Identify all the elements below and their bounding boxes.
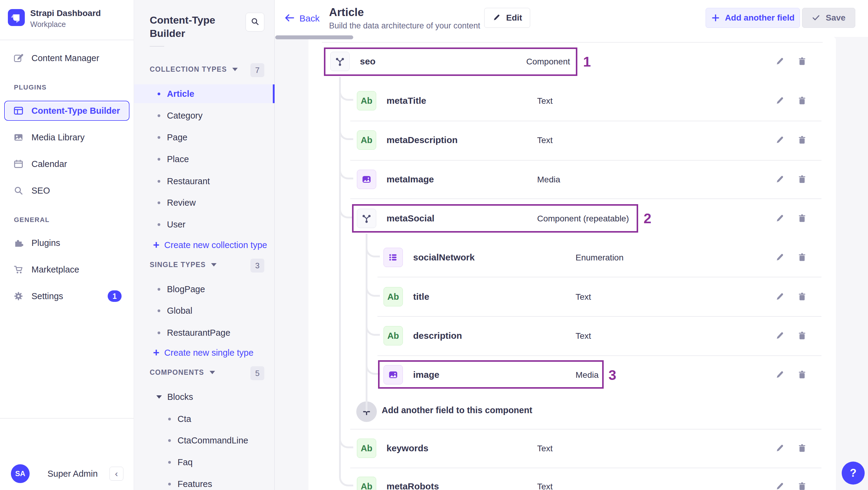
edit-button[interactable]: Edit — [484, 8, 530, 28]
help-button[interactable]: ? — [842, 462, 865, 485]
edit-field-button[interactable] — [773, 441, 786, 455]
field-type: Media — [537, 173, 560, 186]
panel-item-cta[interactable]: Cta — [168, 412, 191, 425]
create-new-type-link[interactable]: +Create new single type — [153, 346, 253, 359]
panel-item-restaurant[interactable]: Restaurant — [158, 175, 210, 187]
page-subtitle: Build the data architecture of your cont… — [329, 21, 480, 31]
delete-field-button[interactable] — [796, 173, 809, 186]
edit-field-button[interactable] — [773, 55, 786, 68]
panel-item-label: Article — [167, 89, 194, 99]
active-item-indicator — [273, 84, 275, 103]
panel-item-label: Features — [178, 479, 212, 489]
search-icon — [13, 185, 24, 196]
panel-item-label: Category — [167, 111, 203, 121]
panel-search-button[interactable] — [246, 13, 264, 31]
delete-field-button[interactable] — [796, 329, 809, 342]
edit-field-button[interactable] — [773, 329, 786, 342]
panel-item-label: BlogPage — [167, 284, 205, 294]
create-new-type-link[interactable]: +Create new collection type — [153, 238, 267, 252]
user-name: Super Admin — [48, 469, 98, 479]
sidebar-item-media-library[interactable]: Media Library — [0, 127, 134, 147]
field-type: Text — [537, 480, 553, 490]
plus-icon — [711, 13, 720, 22]
panel-item-category[interactable]: Category — [158, 109, 203, 122]
row-divider — [377, 356, 822, 356]
panel-group-blocks[interactable]: Blocks — [156, 391, 193, 403]
panel-item-label: Faq — [178, 457, 193, 467]
brand-subtitle: Workplace — [30, 20, 66, 29]
bullet-icon — [158, 288, 160, 291]
delete-field-button[interactable] — [796, 94, 809, 108]
edit-field-button[interactable] — [773, 251, 786, 264]
bullet-icon — [168, 461, 171, 464]
active-item-highlight — [134, 84, 275, 103]
panel-item-review[interactable]: Review — [158, 196, 196, 209]
back-link[interactable]: Back — [284, 12, 320, 25]
delete-field-button[interactable] — [796, 441, 809, 455]
panel-section-header-collection-types[interactable]: COLLECTION TYPES — [150, 65, 238, 73]
sidebar-item-marketplace[interactable]: Marketplace — [0, 259, 134, 279]
chevron-down-icon — [156, 395, 162, 399]
delete-field-button[interactable] — [796, 368, 809, 381]
sidebar-item-seo[interactable]: SEO — [0, 181, 134, 201]
panel-item-restaurantpage[interactable]: RestaurantPage — [158, 326, 230, 339]
field-type: Text — [576, 290, 591, 304]
cart-icon — [13, 264, 24, 275]
edit-field-button[interactable] — [773, 94, 786, 108]
panel-section-label: SINGLE TYPES — [150, 261, 206, 269]
add-field-to-component-label[interactable]: Add another field to this component — [382, 405, 532, 415]
strapi-logo-icon — [8, 9, 25, 26]
panel-item-article[interactable]: Article — [158, 87, 194, 100]
panel-item-page[interactable]: Page — [158, 131, 187, 144]
save-button[interactable]: Save — [802, 8, 855, 28]
sidebar-item-calendar[interactable]: Calendar — [0, 154, 134, 174]
row-divider — [377, 277, 822, 277]
chevron-down-icon — [211, 263, 217, 267]
edit-field-button[interactable] — [773, 480, 786, 490]
pen-square-icon — [13, 53, 24, 63]
field-type-icon-text: Ab — [357, 91, 376, 111]
row-divider — [377, 316, 822, 317]
sidebar-item-label: Marketplace — [31, 265, 79, 275]
field-type: Text — [576, 329, 591, 343]
sidebar-section-label: PLUGINS — [14, 84, 46, 91]
field-type-icon-enum — [383, 248, 403, 267]
sidebar-item-label: Settings — [31, 291, 63, 301]
panel-item-global[interactable]: Global — [158, 304, 192, 317]
edit-field-button[interactable] — [773, 290, 786, 303]
panel-item-ctacommandline[interactable]: CtaCommandLine — [168, 434, 248, 447]
edit-field-button[interactable] — [773, 212, 786, 225]
edit-field-button[interactable] — [773, 368, 786, 381]
add-another-field-button[interactable]: Add another field — [706, 8, 800, 28]
delete-field-button[interactable] — [796, 133, 809, 147]
bullet-icon — [158, 180, 160, 183]
sidebar-item-plugins[interactable]: Plugins — [0, 233, 134, 253]
annotation-number-2: 2 — [644, 211, 651, 225]
collapse-sidebar-button[interactable]: ‹ — [110, 467, 123, 481]
edit-field-button[interactable] — [773, 173, 786, 186]
sidebar-divider — [0, 40, 134, 40]
horizontal-scrollbar-thumb[interactable] — [275, 35, 353, 39]
delete-field-button[interactable] — [796, 251, 809, 264]
panel-item-user[interactable]: User — [158, 218, 185, 231]
sidebar-item-content-manager[interactable]: Content Manager — [0, 48, 134, 68]
sidebar-item-content-type-builder[interactable]: Content-Type Builder — [4, 101, 129, 121]
edit-field-button[interactable] — [773, 133, 786, 147]
panel-item-label: Place — [167, 154, 189, 164]
panel-section-header-components[interactable]: COMPONENTS — [150, 368, 215, 376]
panel-item-faq[interactable]: Faq — [168, 456, 193, 468]
panel-item-label: Review — [167, 198, 196, 208]
delete-field-button[interactable] — [796, 55, 809, 68]
field-type-icon-media — [357, 170, 376, 189]
panel-section-header-single-types[interactable]: SINGLE TYPES — [150, 261, 217, 269]
sidebar-item-label: Plugins — [31, 238, 60, 248]
panel-item-place[interactable]: Place — [158, 153, 189, 165]
panel-item-features[interactable]: Features — [168, 478, 212, 490]
delete-field-button[interactable] — [796, 212, 809, 225]
delete-field-button[interactable] — [796, 480, 809, 490]
panel-item-label: RestaurantPage — [167, 328, 230, 338]
delete-field-button[interactable] — [796, 290, 809, 303]
gear-icon — [13, 291, 24, 301]
panel-item-blogpage[interactable]: BlogPage — [158, 283, 205, 296]
field-type: Text — [537, 134, 553, 147]
